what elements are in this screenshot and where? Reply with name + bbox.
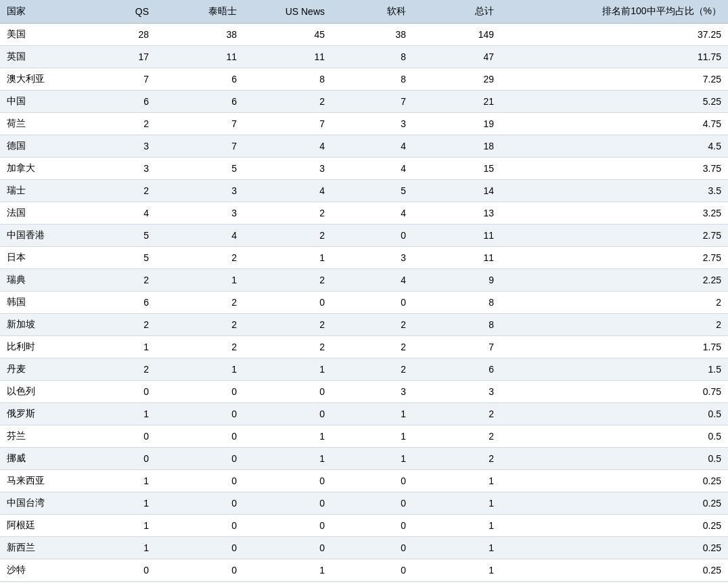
table-row: 中国6627215.25 (0, 91, 728, 113)
header-country: 国家 (0, 0, 74, 24)
table-row: 加拿大3534153.75 (0, 158, 728, 180)
table-row: 沙特001010.25 (0, 559, 728, 582)
header-soft: 软科 (332, 0, 413, 24)
table-row: 新西兰100010.25 (0, 537, 728, 559)
table-row: 瑞士2345143.5 (0, 180, 728, 202)
table-row: 澳大利亚7688297.25 (0, 68, 728, 91)
table-row: 德国3744184.5 (0, 135, 728, 158)
table-row: 美国2838453814937.25 (0, 24, 728, 46)
table-row: 荷兰2773194.75 (0, 113, 728, 135)
table-row: 阿根廷100010.25 (0, 515, 728, 537)
table-row: 丹麦211261.5 (0, 358, 728, 381)
table-row: 韩国620082 (0, 292, 728, 314)
table-row: 瑞典212492.25 (0, 269, 728, 292)
table-row: 英国17111184711.75 (0, 46, 728, 68)
rankings-table: 国家 QS 泰晤士 US News 软科 总计 排名前100中平均占比（%） 美… (0, 0, 728, 583)
table-row: 中国台湾100010.25 (0, 492, 728, 515)
table-row: 中国香港5420112.75 (0, 225, 728, 247)
table-row: 芬兰001120.5 (0, 425, 728, 448)
header-avg: 排名前100中平均占比（%） (501, 0, 728, 24)
table-row: 法国4324133.25 (0, 202, 728, 225)
table-row: 比利时122271.75 (0, 336, 728, 358)
header-times: 泰晤士 (156, 0, 244, 24)
table-row: 新加坡222282 (0, 314, 728, 336)
table-row: 日本5213112.75 (0, 247, 728, 269)
header-total: 总计 (413, 0, 501, 24)
table-row: 马来西亚100010.25 (0, 470, 728, 492)
header-usnews: US News (244, 0, 332, 24)
header-qs: QS (74, 0, 156, 24)
table-row: 以色列000330.75 (0, 381, 728, 403)
table-row: 俄罗斯100120.5 (0, 403, 728, 425)
table-header-row: 国家 QS 泰晤士 US News 软科 总计 排名前100中平均占比（%） (0, 0, 728, 24)
table-row: 挪威001120.5 (0, 448, 728, 470)
